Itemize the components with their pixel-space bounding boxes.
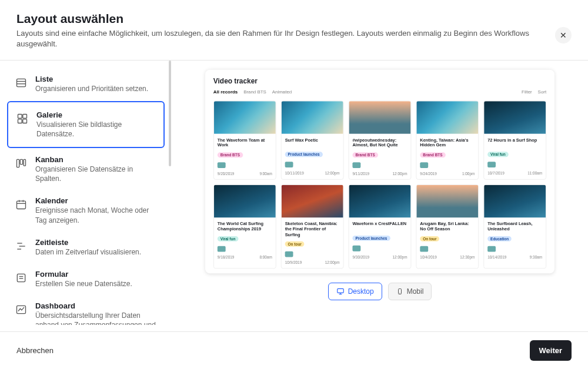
desktop-icon <box>336 287 345 296</box>
timeline-icon <box>14 239 28 253</box>
layout-option-kanban[interactable]: Kanban Organisieren Sie Datensätze in Sp… <box>7 149 165 189</box>
layout-option-dashboard[interactable]: Dashboard Übersichtsdarstellung Ihrer Da… <box>7 296 165 325</box>
card-thumbs <box>420 162 475 168</box>
card-title: The World Cat Surfing Championships 2019 <box>218 221 272 232</box>
layout-desc: Organisieren Sie Datensätze in Spalten. <box>35 165 158 183</box>
layout-option-formular[interactable]: Formular Erstellen Sie neue Datensätze. <box>7 264 165 294</box>
next-button[interactable]: Weiter <box>530 340 572 361</box>
device-toggle: Desktop Mobil <box>328 283 432 300</box>
card-thumbs <box>420 246 475 252</box>
card-image <box>349 185 411 217</box>
card-footer: 10/7/201911:00am <box>487 171 542 175</box>
layout-option-zeitleiste[interactable]: Zeitleiste Daten im Zeitverlauf visualis… <box>7 232 165 263</box>
svg-rect-21 <box>337 289 343 293</box>
dialog-title: Layout auswählen <box>16 12 572 26</box>
card-title: The Waveform Team at Work <box>218 137 272 149</box>
layout-title: Zeitleiste <box>35 238 158 247</box>
card-title: Arugam Bay, Sri Lanka: No Off Season <box>420 221 475 232</box>
close-icon: ✕ <box>560 31 567 40</box>
preview-tab[interactable]: Brand BTS <box>243 90 266 95</box>
layout-desc: Organisieren und Prioritäten setzen. <box>35 84 158 93</box>
layout-option-galerie[interactable]: Galerie Visualisieren Sie bildlastige Da… <box>7 101 165 148</box>
card-image <box>349 102 411 134</box>
card-image <box>416 185 478 217</box>
preview-tab[interactable]: All records <box>213 90 238 95</box>
layout-desc: Daten im Zeitverlauf visualisieren. <box>35 247 158 257</box>
card-thumbs <box>218 162 272 168</box>
gallery-card[interactable]: The Waveform Team at WorkBrand BTS9/20/2… <box>213 101 276 180</box>
sort-button[interactable]: Sort <box>538 90 547 95</box>
svg-rect-6 <box>23 119 27 123</box>
preview-tab[interactable]: Animated <box>272 90 292 95</box>
device-label: Mobil <box>407 287 424 296</box>
gallery-card[interactable]: Skeleton Coast, Namibia: the Final Front… <box>281 184 344 269</box>
layout-option-kalender[interactable]: Kalender Ereignisse nach Monat, Woche od… <box>7 190 165 230</box>
dialog-subtitle: Layouts sind eine einfache Möglichkeit, … <box>16 28 546 49</box>
gallery-card[interactable]: #wipeoutwednesday: Almost, But Not Quite… <box>349 101 412 180</box>
card-tag: Education <box>487 236 512 241</box>
card-tag: Brand BTS <box>352 152 377 157</box>
svg-rect-4 <box>23 114 27 118</box>
card-tag: On tour <box>285 241 305 247</box>
card-title: Waveform x CrestFALLEN <box>352 221 407 232</box>
card-footer: 10/4/201912:30pm <box>420 255 475 259</box>
card-image <box>214 102 276 134</box>
gallery-card[interactable]: The Surfboard Leash, UnleashedEducation1… <box>483 184 546 269</box>
card-tag: Viral fun <box>487 152 509 157</box>
card-image <box>214 185 276 217</box>
gallery-card[interactable]: 72 Hours in a Surf ShopViral fun10/7/201… <box>483 101 546 180</box>
card-image <box>282 185 343 217</box>
card-tag: Product launches <box>352 236 390 241</box>
layout-desc: Ereignisse nach Monat, Woche oder Tag an… <box>35 206 158 224</box>
card-image <box>282 102 343 134</box>
kanban-icon <box>14 156 28 170</box>
svg-rect-9 <box>24 159 25 166</box>
gallery-card[interactable]: Kenting, Taiwan: Asia's Hidden GemBrand … <box>416 101 479 180</box>
card-title: #wipeoutwednesday: Almost, But Not Quite <box>352 137 407 149</box>
close-button[interactable]: ✕ <box>555 27 572 43</box>
filter-button[interactable]: Filter <box>522 90 532 95</box>
card-thumbs <box>218 246 272 252</box>
card-thumbs <box>487 162 542 168</box>
card-tag: Product launches <box>285 152 323 157</box>
gallery-card[interactable]: Surf Wax PoeticProduct launches10/11/201… <box>281 101 344 180</box>
card-image <box>484 102 546 134</box>
card-footer: 9/11/201912:00pm <box>352 172 407 176</box>
card-tag: On tour <box>420 236 439 241</box>
layout-option-liste[interactable]: Liste Organisieren und Prioritäten setze… <box>7 69 165 99</box>
gallery-card[interactable]: The World Cat Surfing Championships 2019… <box>213 184 276 269</box>
card-thumbs <box>487 246 542 252</box>
dashboard-icon <box>14 303 28 317</box>
preview-tabs: All records Brand BTS Animated <box>213 90 292 95</box>
card-footer: 10/9/201912:00pm <box>285 261 340 265</box>
sidebar-scrollbar[interactable] <box>168 61 172 325</box>
gallery-card[interactable]: Waveform x CrestFALLENProduct launches9/… <box>349 184 412 269</box>
form-icon <box>14 271 28 285</box>
mobile-icon <box>396 287 403 296</box>
preview-card: Video tracker All records Brand BTS Anim… <box>205 70 554 273</box>
card-thumbs <box>285 251 340 257</box>
card-footer: 9/20/20199:00am <box>218 172 272 176</box>
layout-title: Galerie <box>36 110 156 119</box>
svg-rect-10 <box>17 201 26 209</box>
svg-rect-8 <box>20 159 22 164</box>
card-title: The Surfboard Leash, Unleashed <box>487 221 542 232</box>
device-mobile-button[interactable]: Mobil <box>388 283 432 300</box>
layout-title: Kanban <box>35 155 158 164</box>
svg-rect-17 <box>17 274 25 281</box>
card-title: Skeleton Coast, Namibia: the Final Front… <box>285 221 340 237</box>
cancel-button[interactable]: Abbrechen <box>16 346 54 355</box>
card-image <box>416 102 478 134</box>
list-icon <box>14 76 28 90</box>
preview-title: Video tracker <box>213 77 546 85</box>
layout-desc: Erstellen Sie neue Datensätze. <box>35 279 158 289</box>
card-tag: Viral fun <box>218 236 239 241</box>
card-tag: Brand BTS <box>420 152 445 157</box>
device-desktop-button[interactable]: Desktop <box>328 283 382 300</box>
dialog-footer: Abbrechen Weiter <box>0 331 588 369</box>
svg-rect-3 <box>18 114 22 118</box>
gallery-card[interactable]: Arugam Bay, Sri Lanka: No Off SeasonOn t… <box>416 184 479 269</box>
device-label: Desktop <box>348 287 374 296</box>
svg-rect-7 <box>17 159 19 167</box>
layout-title: Kalender <box>35 196 158 205</box>
